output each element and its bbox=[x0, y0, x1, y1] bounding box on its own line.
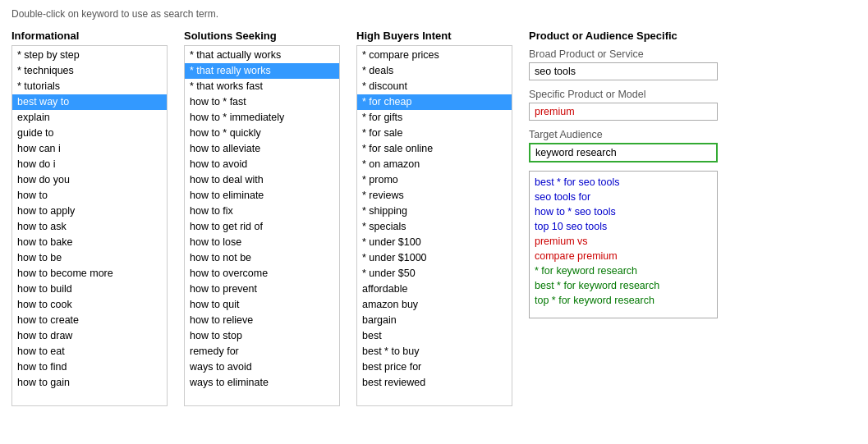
list-item[interactable]: how to create bbox=[12, 313, 167, 328]
list-item[interactable]: ways to eliminate bbox=[185, 375, 339, 391]
list-item[interactable]: how to lose bbox=[185, 235, 339, 250]
listbox-solutions-seeking[interactable]: * that actually works* that really works… bbox=[184, 45, 340, 406]
list-item[interactable]: how to build bbox=[12, 282, 167, 297]
list-item[interactable]: how to draw bbox=[12, 328, 167, 344]
list-item[interactable]: * under $1000 bbox=[357, 250, 512, 266]
broad-product-group: Broad Product or Service bbox=[529, 48, 751, 80]
result-item: premium vs bbox=[535, 234, 712, 249]
right-panel: Product or Audience Specific Broad Produ… bbox=[529, 30, 751, 318]
instruction-text: Double-click on keyword to use as search… bbox=[11, 8, 857, 20]
list-item[interactable]: how to deal with bbox=[185, 172, 339, 188]
listbox-informational[interactable]: * step by step* techniques* tutorialsbes… bbox=[11, 45, 168, 406]
list-item[interactable]: * step by step bbox=[12, 48, 167, 63]
list-item[interactable]: * specials bbox=[357, 219, 512, 235]
listbox-high-buyers-intent[interactable]: * compare prices* deals* discount* for c… bbox=[356, 45, 512, 406]
list-item[interactable]: how to prevent bbox=[185, 282, 339, 297]
list-item[interactable]: explain bbox=[12, 110, 167, 126]
list-item[interactable]: * reviews bbox=[357, 188, 512, 204]
column-title-informational: Informational bbox=[11, 30, 168, 42]
main-columns: Informational* step by step* techniques*… bbox=[11, 30, 857, 406]
result-item: compare premium bbox=[535, 249, 712, 263]
broad-product-input[interactable] bbox=[529, 62, 718, 80]
broad-product-label: Broad Product or Service bbox=[529, 48, 751, 60]
list-item[interactable]: * under $100 bbox=[357, 235, 512, 250]
list-item[interactable]: * tutorials bbox=[12, 79, 167, 94]
column-title-solutions-seeking: Solutions Seeking bbox=[184, 30, 340, 42]
list-item[interactable]: how to find bbox=[12, 359, 167, 375]
result-item: best * for seo tools bbox=[535, 175, 712, 190]
list-item[interactable]: best * to buy bbox=[357, 344, 512, 359]
list-item[interactable]: * promo bbox=[357, 172, 512, 188]
list-item[interactable]: how to bake bbox=[12, 235, 167, 250]
list-item[interactable]: * techniques bbox=[12, 63, 167, 79]
list-item[interactable]: how to get rid of bbox=[185, 219, 339, 235]
list-item[interactable]: * that actually works bbox=[185, 48, 339, 63]
list-item[interactable]: how to ask bbox=[12, 219, 167, 235]
list-item[interactable]: how to fix bbox=[185, 204, 339, 219]
list-item[interactable]: how to * immediately bbox=[185, 110, 339, 126]
column-high-buyers-intent: High Buyers Intent* compare prices* deal… bbox=[356, 30, 512, 406]
list-item[interactable]: best price for bbox=[357, 359, 512, 375]
list-item[interactable]: how to quit bbox=[185, 297, 339, 313]
list-item[interactable]: how to relieve bbox=[185, 313, 339, 328]
list-item[interactable]: how to not be bbox=[185, 250, 339, 266]
list-item[interactable]: how to * fast bbox=[185, 94, 339, 110]
list-item[interactable]: affordable bbox=[357, 282, 512, 297]
list-item[interactable]: * discount bbox=[357, 79, 512, 94]
result-item: top 10 seo tools bbox=[535, 219, 712, 234]
result-item: best * for keyword research bbox=[535, 278, 712, 293]
list-item[interactable]: how to eliminate bbox=[185, 188, 339, 204]
list-item[interactable]: * deals bbox=[357, 63, 512, 79]
list-item[interactable]: remedy for bbox=[185, 344, 339, 359]
list-item[interactable]: how to alleviate bbox=[185, 141, 339, 157]
result-item: how to * seo tools bbox=[535, 204, 712, 219]
result-item: * for keyword research bbox=[535, 263, 712, 278]
results-box: best * for seo toolsseo tools forhow to … bbox=[529, 171, 718, 318]
list-item[interactable]: how to eat bbox=[12, 344, 167, 359]
list-item[interactable]: guide to bbox=[12, 126, 167, 141]
result-item: top * for keyword research bbox=[535, 293, 712, 308]
list-item[interactable]: how can i bbox=[12, 141, 167, 157]
column-title-high-buyers-intent: High Buyers Intent bbox=[356, 30, 512, 42]
list-item[interactable]: * for sale bbox=[357, 126, 512, 141]
right-panel-title: Product or Audience Specific bbox=[529, 30, 751, 42]
list-item[interactable]: how to become more bbox=[12, 266, 167, 282]
specific-product-group: Specific Product or Model bbox=[529, 89, 751, 121]
target-audience-label: Target Audience bbox=[529, 129, 751, 140]
list-item[interactable]: how do i bbox=[12, 157, 167, 172]
list-item[interactable]: * for sale online bbox=[357, 141, 512, 157]
list-item[interactable]: how to bbox=[12, 188, 167, 204]
list-item[interactable]: best bbox=[357, 328, 512, 344]
list-item[interactable]: best way to bbox=[12, 94, 167, 110]
list-item[interactable]: best reviewed bbox=[357, 375, 512, 391]
list-item[interactable]: how do you bbox=[12, 172, 167, 188]
target-audience-input[interactable] bbox=[529, 143, 718, 162]
list-item[interactable]: * shipping bbox=[357, 204, 512, 219]
list-item[interactable]: how to stop bbox=[185, 328, 339, 344]
list-item[interactable]: ways to avoid bbox=[185, 359, 339, 375]
list-item[interactable]: how to * quickly bbox=[185, 126, 339, 141]
list-item[interactable]: bargain bbox=[357, 313, 512, 328]
list-item[interactable]: * compare prices bbox=[357, 48, 512, 63]
list-item[interactable]: * under $50 bbox=[357, 266, 512, 282]
specific-product-input[interactable] bbox=[529, 103, 718, 121]
list-item[interactable]: * for gifts bbox=[357, 110, 512, 126]
column-informational: Informational* step by step* techniques*… bbox=[11, 30, 168, 406]
list-item[interactable]: how to overcome bbox=[185, 266, 339, 282]
column-solutions-seeking: Solutions Seeking* that actually works* … bbox=[184, 30, 340, 406]
list-item[interactable]: * on amazon bbox=[357, 157, 512, 172]
list-item[interactable]: how to gain bbox=[12, 375, 167, 391]
result-item: seo tools for bbox=[535, 190, 712, 204]
list-item[interactable]: * for cheap bbox=[357, 94, 512, 110]
list-item[interactable]: how to avoid bbox=[185, 157, 339, 172]
specific-product-label: Specific Product or Model bbox=[529, 89, 751, 100]
list-item[interactable]: * that works fast bbox=[185, 79, 339, 94]
target-audience-group: Target Audience bbox=[529, 129, 751, 162]
list-item[interactable]: how to cook bbox=[12, 297, 167, 313]
list-item[interactable]: * that really works bbox=[185, 63, 339, 79]
list-item[interactable]: how to apply bbox=[12, 204, 167, 219]
list-item[interactable]: amazon buy bbox=[357, 297, 512, 313]
list-item[interactable]: how to be bbox=[12, 250, 167, 266]
